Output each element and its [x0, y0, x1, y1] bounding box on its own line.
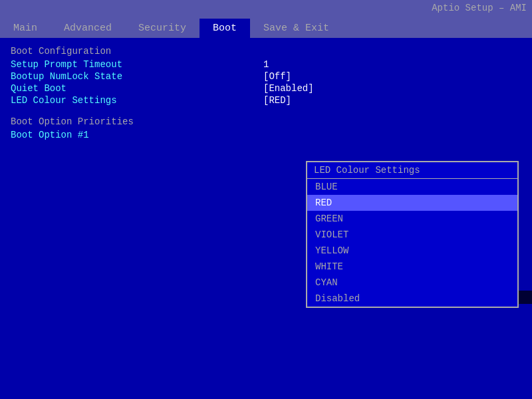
section1-title: Boot Configuration: [11, 46, 521, 57]
title-bar: Aptio Setup – AMI: [0, 0, 532, 16]
row-boot-option1: Boot Option #1: [11, 130, 521, 140]
value-quiet-boot: [Enabled]: [263, 83, 314, 94]
led-colour-dropdown: LED Colour Settings BLUE RED GREEN VIOLE…: [306, 161, 519, 308]
dropdown-item-green[interactable]: GREEN: [307, 211, 517, 227]
dropdown-item-disabled[interactable]: Disabled: [307, 291, 517, 307]
dropdown-item-yellow[interactable]: YELLOW: [307, 243, 517, 259]
label-led-colour: LED Colour Settings: [11, 95, 263, 106]
dropdown-item-violet[interactable]: VIOLET: [307, 227, 517, 243]
dropdown-item-red[interactable]: RED: [307, 195, 517, 211]
main-content: Boot Configuration Setup Prompt Timeout …: [0, 38, 532, 399]
label-boot-option1: Boot Option #1: [11, 130, 263, 140]
dropdown-item-white[interactable]: WHITE: [307, 259, 517, 275]
spacer1: [11, 107, 521, 116]
label-numlock: Bootup NumLock State: [11, 71, 263, 82]
value-led-colour: [RED]: [263, 95, 291, 106]
dropdown-item-cyan[interactable]: CYAN: [307, 275, 517, 291]
value-prompt-timeout: 1: [263, 59, 269, 70]
nav-bar: Main Advanced Security Boot Save & Exit: [0, 16, 532, 38]
row-numlock: Bootup NumLock State [Off]: [11, 71, 521, 82]
dropdown-item-blue[interactable]: BLUE: [307, 179, 517, 195]
tab-advanced[interactable]: Advanced: [51, 19, 125, 38]
app: Aptio Setup – AMI Main Advanced Security…: [0, 0, 532, 399]
tab-main[interactable]: Main: [0, 19, 51, 38]
tab-boot[interactable]: Boot: [200, 19, 250, 38]
row-led-colour[interactable]: LED Colour Settings [RED]: [11, 95, 521, 106]
label-prompt-timeout: Setup Prompt Timeout: [11, 59, 263, 70]
row-prompt-timeout: Setup Prompt Timeout 1: [11, 59, 521, 70]
section2-title: Boot Option Priorities: [11, 116, 521, 127]
dropdown-title: LED Colour Settings: [307, 162, 517, 179]
row-quiet-boot: Quiet Boot [Enabled]: [11, 83, 521, 94]
tab-save-exit[interactable]: Save & Exit: [250, 19, 342, 38]
tab-security[interactable]: Security: [125, 19, 200, 38]
label-quiet-boot: Quiet Boot: [11, 83, 263, 94]
value-numlock: [Off]: [263, 71, 291, 82]
title-text: Aptio Setup – AMI: [432, 3, 527, 13]
